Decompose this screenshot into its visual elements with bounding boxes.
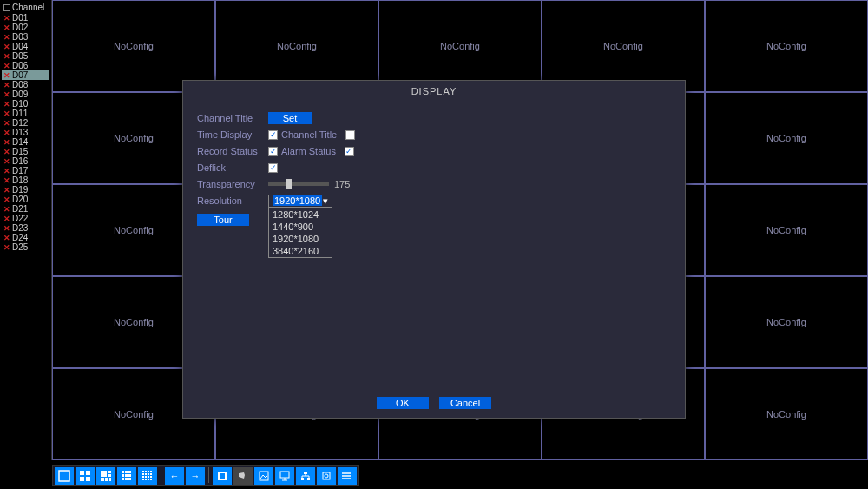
list-icon[interactable] [338,467,357,485]
channel-item[interactable]: ✕D23 [2,223,49,233]
svg-rect-7 [108,474,111,477]
svg-point-51 [325,474,328,478]
x-icon: ✕ [3,215,10,223]
x-icon: ✕ [3,138,10,147]
channel-item[interactable]: ✕D12 [2,118,49,128]
channel-label: D20 [12,195,28,204]
channel-item[interactable]: ✕D11 [2,109,49,118]
monitor-icon[interactable] [275,467,294,485]
ok-button[interactable]: OK [377,397,429,409]
grid-cell[interactable]: NoConfig [378,0,542,92]
channel-item[interactable]: ✕D01 [2,13,49,23]
channel-item[interactable]: ✕D20 [2,195,49,204]
svg-rect-20 [142,471,144,472]
record-status-checkbox[interactable] [268,147,278,156]
view-9-icon[interactable] [117,467,136,485]
channel-title-checkbox[interactable] [345,130,355,140]
channel-item[interactable]: ✕D24 [2,233,49,242]
channel-label: D21 [12,204,28,214]
channel-item[interactable]: ✕D14 [2,137,49,147]
channel-label: D24 [12,233,28,242]
disk-icon[interactable] [317,467,336,485]
view-seq-icon[interactable] [96,467,115,485]
channel-item[interactable]: ✕D06 [2,61,49,70]
deflick-label: Deflick [197,162,268,173]
channel-item[interactable]: ✕D19 [2,185,49,195]
channel-item[interactable]: ✕D16 [2,156,49,166]
resolution-option[interactable]: 1920*1080 [269,233,332,245]
x-icon: ✕ [3,43,10,51]
x-icon: ✕ [3,52,10,61]
resolution-option[interactable]: 3840*2160 [269,245,332,257]
svg-point-57 [342,478,344,479]
svg-rect-40 [280,472,289,478]
resolution-select[interactable]: 1920*1080 ▾ [268,195,332,208]
svg-rect-13 [128,471,131,473]
nav-next-icon[interactable]: → [186,467,205,485]
svg-rect-44 [301,478,304,480]
svg-rect-19 [128,478,131,480]
channel-item[interactable]: ✕D10 [2,99,49,109]
deflick-checkbox[interactable] [268,163,278,173]
channel-item[interactable]: ✕D09 [2,89,49,99]
channel-item[interactable]: ✕D08 [2,80,49,89]
channel-item[interactable]: ✕D21 [2,204,49,214]
network-icon[interactable] [296,467,315,485]
svg-rect-28 [142,476,144,478]
grid-cell[interactable]: NoConfig [705,368,868,460]
channel-sidebar: Channel ✕D01✕D02✕D03✕D04✕D05✕D06✕D07✕D08… [0,0,52,460]
view-quad-icon[interactable] [76,467,95,485]
channel-item[interactable]: ✕D18 [2,175,49,185]
x-icon: ✕ [3,205,10,214]
channel-label: D11 [12,109,28,118]
minus-box-icon[interactable] [3,4,10,11]
camera-icon[interactable] [233,467,253,485]
svg-rect-30 [148,476,149,478]
grid-cell[interactable]: NoConfig [705,0,868,92]
channel-item[interactable]: ✕D05 [2,51,49,61]
channel-item[interactable]: ✕D07 [2,70,49,80]
record-status-label: Record Status [197,146,268,156]
channel-item[interactable]: ✕D22 [2,214,49,223]
channel-item[interactable]: ✕D25 [2,242,49,252]
resolution-option[interactable]: 1280*1024 [269,208,332,221]
channel-item[interactable]: ✕D04 [2,42,49,51]
transparency-slider[interactable] [268,182,329,186]
channel-item[interactable]: ✕D02 [2,23,49,32]
resolution-option[interactable]: 1440*900 [269,221,332,233]
grid-cell[interactable]: NoConfig [215,0,378,92]
svg-rect-27 [150,473,152,475]
channel-item[interactable]: ✕D13 [2,128,49,137]
channel-label: D14 [12,137,28,147]
sidebar-header: Channel [2,2,49,13]
nav-prev-icon[interactable]: ← [165,467,184,485]
cancel-button[interactable]: Cancel [439,397,491,409]
grid-cell[interactable]: NoConfig [705,184,868,276]
tour-button[interactable]: Tour [197,214,249,226]
grid-cell[interactable]: NoConfig [705,92,868,184]
alarm-status-checkbox[interactable] [345,147,354,156]
svg-rect-37 [220,473,225,479]
time-display-checkbox[interactable] [268,130,278,140]
chevron-down-icon: ▾ [323,195,328,207]
channel-label: D06 [12,61,28,70]
grid-cell[interactable]: NoConfig [52,0,215,92]
set-button[interactable]: Set [268,112,312,124]
channel-label: D17 [12,166,28,175]
channel-item[interactable]: ✕D17 [2,166,49,175]
view-single-icon[interactable] [55,467,74,485]
time-display-label: Time Display [197,129,268,140]
image-icon[interactable] [254,467,273,485]
channel-item[interactable]: ✕D03 [2,32,49,42]
grid-cell[interactable]: NoConfig [705,276,868,368]
view-16-icon[interactable] [138,467,157,485]
x-icon: ✕ [3,186,10,195]
svg-rect-16 [128,474,131,477]
svg-rect-23 [150,471,152,472]
x-icon: ✕ [3,167,10,175]
svg-rect-1 [80,471,84,475]
grid-cell[interactable]: NoConfig [542,0,705,92]
channel-item[interactable]: ✕D15 [2,147,49,156]
window-icon[interactable] [213,467,232,485]
channel-label: D22 [12,214,28,223]
